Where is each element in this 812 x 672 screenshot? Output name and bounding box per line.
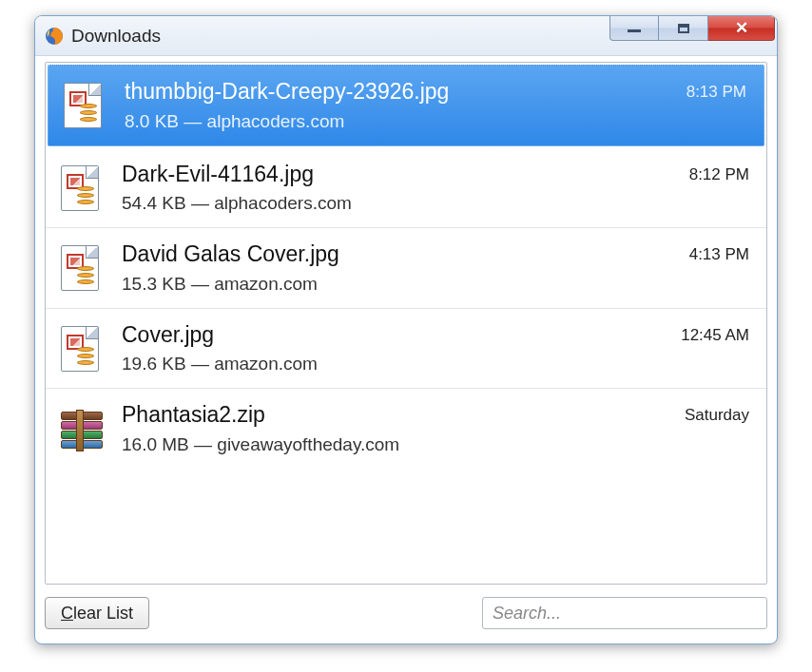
maximize-icon [678, 24, 689, 33]
window-title: Downloads [71, 26, 161, 47]
download-filename: Cover.jpg [122, 322, 669, 349]
download-time: Saturday [685, 406, 749, 425]
download-time: 12:45 AM [681, 326, 749, 345]
download-item[interactable]: Dark-Evil-41164.jpg54.4 KB — alphacoders… [46, 148, 766, 229]
download-item[interactable]: thumbbig-Dark-Creepy-23926.jpg8.0 KB — a… [48, 65, 764, 146]
image-file-icon [61, 165, 103, 211]
download-filename: Phantasia2.zip [122, 402, 673, 429]
downloads-list: thumbbig-Dark-Creepy-23926.jpg8.0 KB — a… [45, 62, 767, 585]
download-info: David Galas Cover.jpg15.3 KB — amazon.co… [122, 241, 678, 295]
download-filename: Dark-Evil-41164.jpg [122, 162, 678, 188]
close-icon: ✕ [735, 18, 748, 38]
image-file-icon [64, 83, 106, 128]
close-button[interactable]: ✕ [708, 16, 775, 41]
download-info: Cover.jpg19.6 KB — amazon.com [122, 322, 669, 375]
titlebar: Downloads ✕ [35, 16, 777, 56]
download-filename: thumbbig-Dark-Creepy-23926.jpg [125, 79, 675, 106]
search-input[interactable] [482, 597, 767, 629]
download-time: 8:12 PM [689, 165, 749, 184]
download-info: Dark-Evil-41164.jpg54.4 KB — alphacoders… [122, 162, 678, 215]
download-item[interactable]: David Galas Cover.jpg15.3 KB — amazon.co… [46, 228, 766, 309]
image-file-icon [61, 326, 103, 372]
downloads-window: Downloads ✕ thumbbig-Dark-Creepy-23926.j… [34, 15, 778, 644]
firefox-icon [45, 27, 64, 46]
download-item[interactable]: Phantasia2.zip16.0 MB — giveawayoftheday… [46, 389, 766, 469]
download-meta: 8.0 KB — alphacoders.com [125, 111, 675, 132]
image-file-icon [61, 245, 103, 291]
download-filename: David Galas Cover.jpg [122, 241, 678, 268]
download-meta: 54.4 KB — alphacoders.com [122, 193, 678, 214]
maximize-button[interactable] [659, 16, 708, 41]
archive-file-icon [61, 406, 103, 451]
footer: Clear List [45, 592, 767, 634]
window-controls: ✕ [609, 16, 775, 41]
download-info: thumbbig-Dark-Creepy-23926.jpg8.0 KB — a… [125, 79, 675, 132]
download-info: Phantasia2.zip16.0 MB — giveawayoftheday… [122, 402, 673, 455]
download-item[interactable]: Cover.jpg19.6 KB — amazon.com12:45 AM [46, 309, 766, 390]
minimize-button[interactable] [609, 16, 659, 41]
download-time: 4:13 PM [689, 245, 749, 264]
download-meta: 19.6 KB — amazon.com [122, 354, 669, 374]
download-meta: 16.0 MB — giveawayoftheday.com [122, 434, 673, 455]
download-meta: 15.3 KB — amazon.com [122, 274, 678, 295]
clear-list-button[interactable]: Clear List [45, 597, 149, 629]
minimize-icon [628, 29, 641, 32]
download-time: 8:13 PM [686, 83, 746, 102]
